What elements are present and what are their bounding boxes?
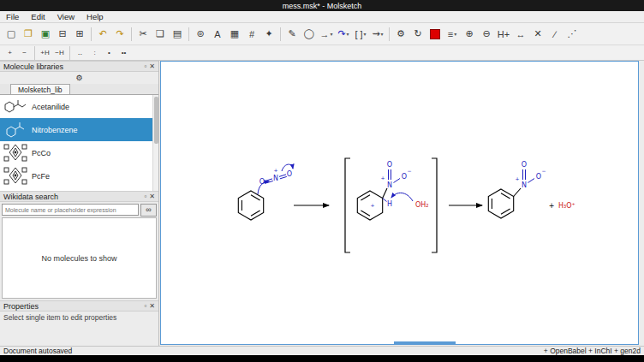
draw-tool-button[interactable]: ✎: [283, 26, 301, 43]
library-settings-button[interactable]: ⚙: [0, 73, 158, 84]
hydrogen-increase-button[interactable]: +H: [38, 46, 52, 59]
reaction-scheme: O N O +: [161, 62, 638, 344]
panel-title: Wikidata search: [3, 193, 58, 201]
stereo-wedge-button[interactable]: ∕: [546, 26, 564, 43]
menu-view[interactable]: View: [51, 11, 80, 22]
charge-plus-label: +: [515, 175, 519, 181]
clean-structure-button[interactable]: ✦: [260, 26, 277, 43]
settings-button[interactable]: ⚙: [392, 26, 409, 43]
dock-float-icon[interactable]: ▫: [144, 62, 146, 70]
new-document-button[interactable]: ▢: [3, 26, 20, 43]
charge-plus-label: +: [380, 175, 385, 181]
arenium-intermediate[interactable]: N O O − + H +: [357, 161, 411, 220]
atom-label-n: N: [273, 175, 278, 182]
arrow-icon: →: [319, 29, 329, 39]
water-molecule[interactable]: OH₂: [415, 201, 429, 209]
list-item-acetanilide[interactable]: Acetanilide: [0, 95, 153, 118]
menu-help[interactable]: Help: [80, 11, 110, 22]
list-item-label: Acetanilide: [32, 103, 69, 111]
insert-text-button[interactable]: A: [209, 26, 226, 43]
electron-arrow-deprotonation[interactable]: [391, 193, 413, 201]
open-button[interactable]: ❐: [20, 26, 37, 43]
list-item-pcco[interactable]: PcCo: [0, 141, 153, 164]
curved-arrow-tool-button[interactable]: ↷▾: [335, 26, 352, 43]
status-bar: Document autosaved + OpenBabel + InChI +…: [0, 346, 644, 355]
charge-plus-button[interactable]: ⊕: [461, 26, 478, 43]
undo-button[interactable]: ↶: [94, 26, 111, 43]
export-button[interactable]: ⊟: [54, 26, 71, 43]
print-icon: ⊞: [75, 28, 83, 39]
properties-panel: Properties ▫ ✕ Select single item to edi…: [0, 300, 158, 346]
lone-pair-vertical-button[interactable]: :: [87, 46, 102, 59]
dock-close-icon[interactable]: ✕: [149, 193, 155, 200]
charge-decrease-button[interactable]: −: [17, 46, 32, 59]
charge-increase-button[interactable]: +: [3, 46, 17, 59]
horizontal-scrollbar-thumb[interactable]: [394, 341, 456, 344]
color-picker-button[interactable]: [426, 26, 444, 43]
status-message: Document autosaved: [3, 347, 72, 355]
menu-file[interactable]: File: [0, 11, 25, 22]
flip-icon: ↔: [516, 29, 526, 39]
hydrogen-decrease-button[interactable]: −H: [52, 46, 67, 59]
library-scrollbar[interactable]: [152, 95, 158, 191]
scrollbar-thumb[interactable]: [154, 97, 158, 144]
tab-molsketch-lib[interactable]: Molsketch_lib: [10, 84, 70, 94]
copy-button[interactable]: ❏: [152, 26, 169, 43]
align-button[interactable]: #: [243, 26, 260, 43]
list-item-label: Nitrobenzene: [32, 126, 78, 134]
list-item-pcfe[interactable]: PcFe: [0, 164, 153, 187]
dock-float-icon[interactable]: ▫: [144, 193, 146, 200]
flip-horizontal-button[interactable]: ↔: [512, 26, 529, 43]
chevron-down-icon: ▾: [364, 31, 367, 37]
mechanism-arrow-tool-button[interactable]: ⇝▾: [369, 26, 386, 43]
ring-icon: ◯: [304, 28, 314, 39]
bracket-tool-button[interactable]: [ ]▾: [352, 26, 369, 43]
status-plugins: + OpenBabel + InChI + gen2d: [544, 347, 641, 355]
product-nitrobenzene[interactable]: N O O − +: [488, 161, 546, 218]
hydrogen-add-button[interactable]: H+: [495, 26, 512, 43]
wikidata-search-input[interactable]: [2, 204, 139, 216]
arrow-tool-button[interactable]: →▾: [318, 26, 335, 43]
canvas-area: O N O +: [159, 61, 644, 346]
ring-tool-button[interactable]: ◯: [301, 26, 318, 43]
dock-close-icon[interactable]: ✕: [149, 62, 155, 70]
insert-image-button[interactable]: ▦: [226, 26, 243, 43]
wikidata-search-button[interactable]: ∞: [140, 204, 157, 217]
charge-minus-button[interactable]: ⊖: [478, 26, 495, 43]
atom-label-n: N: [522, 181, 527, 189]
reactant-benzene[interactable]: [238, 191, 263, 220]
right-bracket[interactable]: [432, 158, 437, 252]
rotate-button[interactable]: ↻: [409, 26, 426, 43]
drawing-canvas[interactable]: O N O +: [160, 61, 639, 345]
water-label: OH₂: [415, 201, 429, 209]
hash-bond-icon: ⋰: [568, 28, 577, 39]
insert-molecule-icon: ⊚: [196, 28, 204, 39]
line-width-icon: ≡: [448, 29, 453, 39]
charge-increase-icon: +: [8, 49, 12, 56]
insert-text-icon: A: [214, 29, 220, 39]
stereo-hash-button[interactable]: ⋰: [564, 26, 581, 43]
dock-float-icon[interactable]: ▫: [144, 302, 146, 310]
wikidata-results-area: No molecules to show: [2, 217, 157, 299]
menu-edit[interactable]: Edit: [25, 11, 51, 22]
empty-results-text: No molecules to show: [41, 254, 116, 263]
redo-button[interactable]: ↷: [111, 26, 128, 43]
save-button[interactable]: ▣: [37, 26, 54, 43]
toolbar-separator: [91, 27, 92, 41]
lone-pair-button[interactable]: ‥: [73, 46, 87, 59]
diradical-button[interactable]: ••: [116, 46, 131, 59]
left-bracket[interactable]: [345, 158, 350, 252]
title-bar[interactable]: mess.msk* - Molsketch: [0, 0, 644, 11]
cut-button[interactable]: ✂: [134, 26, 152, 43]
hydronium-ion[interactable]: H₃O⁺: [558, 202, 575, 210]
insert-molecule-button[interactable]: ⊚: [192, 26, 209, 43]
paste-button[interactable]: ▤: [169, 26, 186, 43]
toolbar-separator: [131, 27, 132, 41]
delete-button[interactable]: ✕: [529, 26, 546, 43]
radical-button[interactable]: •: [102, 46, 116, 59]
dock-close-icon[interactable]: ✕: [149, 302, 155, 310]
bracket-icon: [ ]: [355, 29, 362, 39]
line-width-button[interactable]: ≡▾: [444, 26, 461, 43]
list-item-nitrobenzene[interactable]: Nitrobenzene: [0, 118, 153, 141]
print-button[interactable]: ⊞: [71, 26, 88, 43]
